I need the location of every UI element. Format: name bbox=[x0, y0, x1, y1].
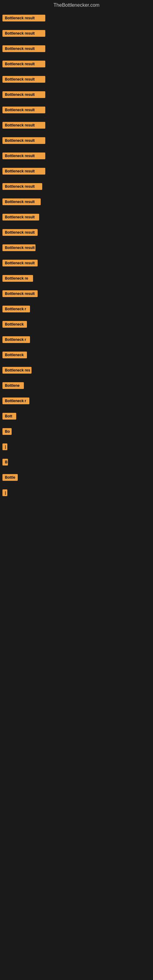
bottleneck-row: Bottleneck bbox=[0, 348, 153, 363]
bottleneck-row: Bottleneck result bbox=[0, 211, 153, 225]
site-title: TheBottlenecker.com bbox=[0, 0, 153, 10]
bottleneck-row: Bottleneck result bbox=[0, 27, 153, 41]
bottleneck-bar[interactable]: Bott bbox=[2, 413, 16, 420]
bottleneck-row: Bottleneck result bbox=[0, 119, 153, 133]
bottleneck-bar[interactable]: | bbox=[2, 489, 7, 496]
bottleneck-row: Bottleneck bbox=[0, 318, 153, 332]
bottleneck-row: Bottleneck result bbox=[0, 257, 153, 271]
bottleneck-bar[interactable]: Bottleneck r bbox=[2, 305, 30, 312]
bottleneck-row: Bottleneck re bbox=[0, 272, 153, 286]
bottleneck-row: Bottleneck result bbox=[0, 57, 153, 72]
bottleneck-row: Bottleneck result bbox=[0, 73, 153, 87]
bottleneck-row: | bbox=[0, 441, 153, 455]
bottleneck-bar[interactable]: Bottleneck result bbox=[2, 107, 45, 113]
bottleneck-bar[interactable]: Bottleneck result bbox=[2, 60, 45, 67]
bottleneck-row: Bottleneck result bbox=[0, 88, 153, 102]
bottleneck-bar[interactable]: Bottleneck result bbox=[2, 229, 38, 236]
bottleneck-row: Bottleneck result bbox=[0, 134, 153, 148]
bottleneck-bar[interactable]: Bottle bbox=[2, 474, 18, 481]
bottleneck-bar[interactable]: Bottleneck result bbox=[2, 15, 45, 21]
bottleneck-row: Bottleneck result bbox=[0, 12, 153, 26]
bottleneck-row: Bottleneck result bbox=[0, 196, 153, 210]
bottleneck-row: Bottleneck result bbox=[0, 103, 153, 118]
bottleneck-bar[interactable]: Bottleneck result bbox=[2, 244, 35, 251]
bottleneck-row: Bottleneck result bbox=[0, 180, 153, 194]
bottleneck-row: Bottleneck result bbox=[0, 287, 153, 301]
bars-container: Bottleneck resultBottleneck resultBottle… bbox=[0, 12, 153, 500]
bottleneck-row: Bottleneck r bbox=[0, 395, 153, 409]
bottleneck-row: Bottleneck result bbox=[0, 241, 153, 255]
bottleneck-bar[interactable]: Bottleneck r bbox=[2, 336, 30, 343]
bottleneck-bar[interactable]: B bbox=[2, 459, 8, 466]
bottleneck-row: Bottleneck result bbox=[0, 42, 153, 56]
bottleneck-bar[interactable]: Bottleneck result bbox=[2, 290, 38, 297]
bottleneck-bar[interactable]: | bbox=[2, 444, 7, 450]
bottleneck-bar[interactable]: Bottleneck result bbox=[2, 45, 45, 52]
bottleneck-row: | bbox=[0, 486, 153, 500]
bottleneck-bar[interactable]: Bottleneck result bbox=[2, 260, 38, 266]
bottleneck-row: Bott bbox=[0, 410, 153, 424]
bottleneck-row: Bottle bbox=[0, 471, 153, 485]
bottleneck-row: Bottleneck res bbox=[0, 364, 153, 378]
bottleneck-bar[interactable]: Bottleneck result bbox=[2, 214, 39, 221]
bottleneck-row: Bo bbox=[0, 425, 153, 439]
bottleneck-bar[interactable]: Bottleneck result bbox=[2, 199, 41, 205]
bottleneck-bar[interactable]: Bottleneck result bbox=[2, 122, 45, 129]
bottleneck-row: B bbox=[0, 456, 153, 470]
bottleneck-bar[interactable]: Bottleneck result bbox=[2, 91, 45, 98]
bottleneck-bar[interactable]: Bo bbox=[2, 428, 12, 435]
bottleneck-bar[interactable]: Bottleneck res bbox=[2, 367, 32, 374]
bottleneck-row: Bottleneck result bbox=[0, 165, 153, 179]
bottleneck-bar[interactable]: Bottleneck re bbox=[2, 275, 33, 282]
bottleneck-row: Bottlene bbox=[0, 379, 153, 393]
bottleneck-bar[interactable]: Bottleneck r bbox=[2, 398, 29, 404]
bottleneck-bar[interactable]: Bottleneck result bbox=[2, 183, 42, 190]
bottleneck-bar[interactable]: Bottleneck result bbox=[2, 137, 45, 144]
bottleneck-row: Bottleneck r bbox=[0, 302, 153, 317]
bottleneck-row: Bottleneck r bbox=[0, 333, 153, 347]
bottleneck-bar[interactable]: Bottlene bbox=[2, 382, 24, 389]
bottleneck-bar[interactable]: Bottleneck bbox=[2, 352, 27, 358]
bottleneck-bar[interactable]: Bottleneck result bbox=[2, 30, 45, 37]
bottleneck-bar[interactable]: Bottleneck result bbox=[2, 153, 45, 159]
bottleneck-bar[interactable]: Bottleneck result bbox=[2, 76, 45, 83]
bottleneck-row: Bottleneck result bbox=[0, 150, 153, 164]
bottleneck-row: Bottleneck result bbox=[0, 226, 153, 240]
bottleneck-bar[interactable]: Bottleneck result bbox=[2, 168, 45, 175]
bottleneck-bar[interactable]: Bottleneck bbox=[2, 321, 27, 328]
